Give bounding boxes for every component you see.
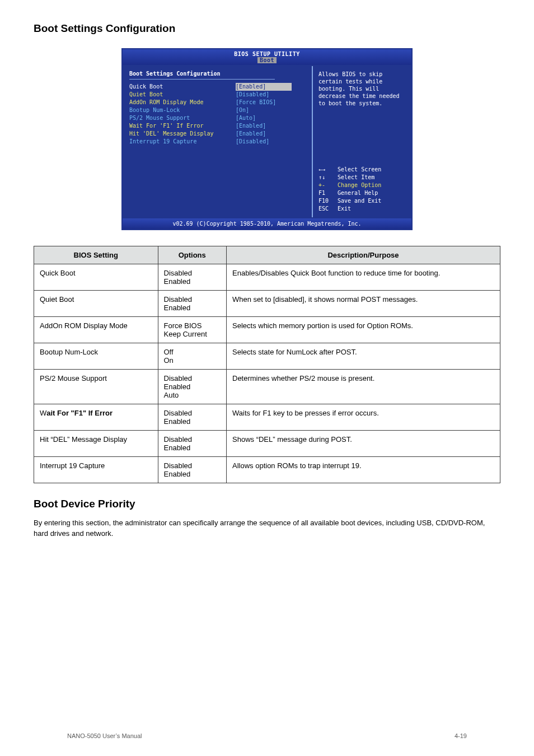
bios-setting-row: Quick Boot[Enabled] (129, 83, 305, 91)
table-cell-options: Force BIOSKeep Current (158, 317, 227, 343)
table-header-options: Options (158, 246, 227, 264)
bios-setting-label: Bootup Num-Lock (129, 106, 236, 114)
table-cell-description: Determines whether PS/2 mouse is present… (227, 370, 500, 404)
bios-setting-value: [Enabled] (236, 130, 292, 138)
bios-setting-row: Wait For 'F1' If Error[Enabled] (129, 122, 305, 130)
bios-setting-value: [On] (236, 106, 292, 114)
table-cell-description: Allows option ROMs to trap interrupt 19. (227, 457, 500, 483)
bios-keyhint-label: Select Screen (338, 166, 381, 174)
bios-setting-row: AddOn ROM Display Mode[Force BIOS] (129, 99, 305, 106)
bios-keyhint-label: Select Item (338, 174, 374, 181)
page-footer: NANO-5050 User’s Manual 4-19 (34, 732, 500, 739)
table-cell-options: DisabledEnabled (158, 404, 227, 431)
bios-keyhint-key: ←→ (318, 166, 338, 174)
bios-keyhint-label: General Help (338, 189, 378, 197)
bios-keyhint-key: F1 (318, 189, 338, 197)
bios-setting-value: [Disabled] (236, 91, 292, 99)
table-cell-setting: Interrupt 19 Capture (34, 457, 158, 483)
table-cell-options: DisabledEnabled (158, 291, 227, 317)
bios-keyhint-key: +- (318, 181, 338, 189)
footer-left: NANO-5050 User’s Manual (67, 732, 142, 739)
boot-priority-text: By entering this section, the administra… (34, 518, 500, 539)
bios-screenshot: BIOS SETUP UTILITY Boot Boot Settings Co… (121, 48, 413, 230)
bios-setting-label: AddOn ROM Display Mode (129, 99, 236, 106)
table-row: Quick BootDisabledEnabledEnables/Disable… (34, 264, 500, 291)
bios-keyhint: ↑↓Select Item (318, 174, 407, 181)
bios-setting-row: Quiet Boot[Disabled] (129, 91, 305, 99)
bios-title-text: BIOS SETUP UTILITY (123, 51, 411, 57)
bios-keyhint-key: ESC (318, 205, 338, 213)
table-cell-setting: Quick Boot (34, 264, 158, 291)
table-row: Interrupt 19 CaptureDisabledEnabledAllow… (34, 457, 500, 483)
bios-setting-value: [Force BIOS] (236, 99, 292, 106)
bios-footer: v02.69 (C)Copyright 1985-2010, American … (123, 217, 411, 229)
table-row: PS/2 Mouse SupportDisabledEnabledAutoDet… (34, 370, 500, 404)
bios-setting-row: PS/2 Mouse Support[Auto] (129, 114, 305, 122)
bios-setting-label: PS/2 Mouse Support (129, 114, 236, 122)
bios-keyhint-key: ↑↓ (318, 174, 338, 181)
bios-key-hints: ←→Select Screen↑↓Select Item+-Change Opt… (318, 152, 407, 213)
bios-tab-boot: Boot (257, 57, 277, 63)
bios-section-divider (129, 79, 275, 80)
bios-setting-value: [Disabled] (236, 138, 292, 146)
bios-keyhint-key: F10 (318, 197, 338, 205)
table-cell-setting: PS/2 Mouse Support (34, 370, 158, 404)
bios-setting-row: Interrupt 19 Capture[Disabled] (129, 138, 305, 146)
bios-left-panel: Boot Settings Configuration Quick Boot[E… (123, 66, 313, 217)
bios-help-text: Allows BIOS to skip certain tests while … (318, 71, 407, 107)
table-cell-options: DisabledEnabledAuto (158, 370, 227, 404)
bios-setting-label: Quiet Boot (129, 91, 236, 99)
bios-setting-value: [Auto] (236, 114, 292, 122)
bios-setting-label: Quick Boot (129, 83, 236, 91)
bios-keyhint: ESCExit (318, 205, 407, 213)
table-cell-options: OffOn (158, 343, 227, 370)
table-cell-description: When set to [disabled], it shows normal … (227, 291, 500, 317)
bios-keyhint: +-Change Option (318, 181, 407, 189)
bios-keyhint-label: Save and Exit (338, 197, 381, 205)
table-header-setting: BIOS Setting (34, 246, 158, 264)
bios-setting-value: [Enabled] (236, 83, 292, 91)
footer-right: 4-19 (455, 732, 467, 739)
bios-window-title: BIOS SETUP UTILITY Boot (123, 49, 411, 66)
bios-keyhint-label: Change Option (338, 181, 381, 189)
bios-setting-label: Hit 'DEL' Message Display (129, 130, 236, 138)
bios-keyhint: ←→Select Screen (318, 166, 407, 174)
table-cell-description: Waits for F1 key to be presses if error … (227, 404, 500, 431)
table-cell-options: DisabledEnabled (158, 457, 227, 483)
table-cell-description: Selects state for NumLock after POST. (227, 343, 500, 370)
settings-table: BIOS Setting Options Description/Purpose… (34, 246, 500, 483)
table-cell-description: Enables/Disables Quick Boot function to … (227, 264, 500, 291)
bios-right-panel: Allows BIOS to skip certain tests while … (313, 66, 411, 217)
table-row: Wait For "F1" If ErrorDisabledEnabledWai… (34, 404, 500, 431)
table-cell-setting: AddOn ROM Display Mode (34, 317, 158, 343)
table-cell-description: Shows “DEL” message during POST. (227, 431, 500, 457)
table-cell-setting: Quiet Boot (34, 291, 158, 317)
table-header-row: BIOS Setting Options Description/Purpose (34, 246, 500, 264)
bios-setting-label: Interrupt 19 Capture (129, 138, 236, 146)
bios-setting-row: Bootup Num-Lock[On] (129, 106, 305, 114)
bios-setting-row: Hit 'DEL' Message Display[Enabled] (129, 130, 305, 138)
bios-keyhint: F10Save and Exit (318, 197, 407, 205)
table-row: Hit “DEL” Message DisplayDisabledEnabled… (34, 431, 500, 457)
bios-tab-row: Boot (123, 57, 411, 64)
bios-setting-value: [Enabled] (236, 122, 292, 130)
bios-setting-label: Wait For 'F1' If Error (129, 122, 236, 130)
page-title: Boot Settings Configuration (34, 22, 500, 35)
table-header-description: Description/Purpose (227, 246, 500, 264)
table-cell-setting: Bootup Num-Lock (34, 343, 158, 370)
table-cell-options: DisabledEnabled (158, 431, 227, 457)
table-row: Bootup Num-LockOffOnSelects state for Nu… (34, 343, 500, 370)
table-row: AddOn ROM Display ModeForce BIOSKeep Cur… (34, 317, 500, 343)
table-cell-setting: Wait For "F1" If Error (34, 404, 158, 431)
table-cell-setting: Hit “DEL” Message Display (34, 431, 158, 457)
bios-section-title: Boot Settings Configuration (129, 71, 305, 79)
table-cell-options: DisabledEnabled (158, 264, 227, 291)
bios-keyhint: F1General Help (318, 189, 407, 197)
boot-priority-heading: Boot Device Priority (34, 498, 500, 510)
table-row: Quiet BootDisabledEnabledWhen set to [di… (34, 291, 500, 317)
table-cell-description: Selects which memory portion is used for… (227, 317, 500, 343)
bios-keyhint-label: Exit (338, 205, 351, 213)
